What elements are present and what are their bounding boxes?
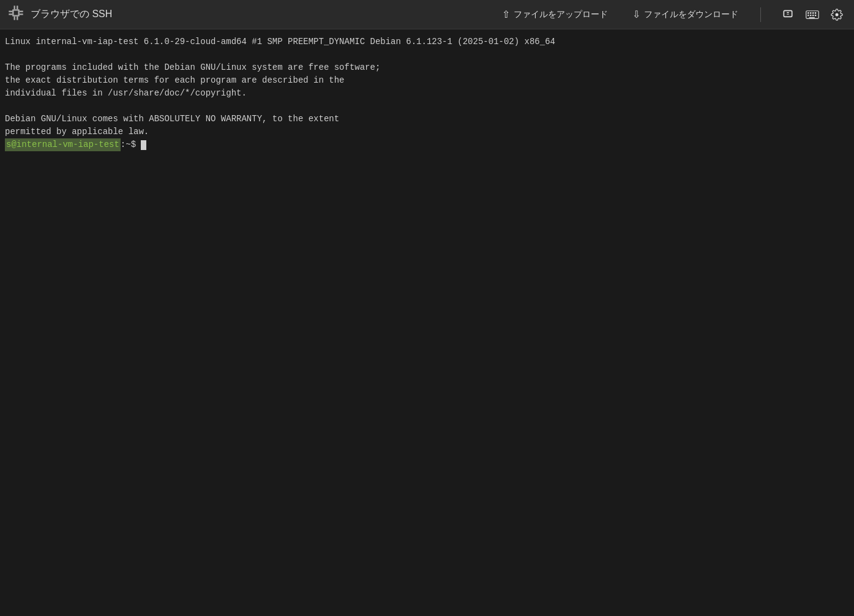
terminal-cursor [141, 140, 146, 150]
svg-rect-22 [809, 17, 815, 18]
prompt-user: s@internal-vm-iap-test [5, 138, 121, 151]
chip-icon [7, 4, 24, 24]
header-title: ブラウザでの SSH [31, 8, 112, 21]
svg-rect-6 [9, 13, 12, 15]
upload-label: ファイルをアップロード [514, 9, 608, 20]
svg-rect-16 [812, 12, 814, 13]
svg-rect-1 [14, 6, 15, 9]
svg-rect-18 [807, 15, 809, 16]
svg-rect-21 [815, 15, 816, 16]
svg-rect-5 [9, 11, 12, 12]
terminal-line-5: individual files in /usr/share/doc/*/cop… [5, 87, 849, 100]
svg-rect-8 [20, 13, 23, 15]
terminal-line-3: The programs included with the Debian GN… [5, 61, 849, 74]
notification-button[interactable] [778, 5, 798, 24]
svg-rect-2 [17, 6, 18, 9]
terminal-line-7: Debian GNU/Linux comes with ABSOLUTELY N… [5, 113, 849, 126]
download-label: ファイルをダウンロード [644, 9, 738, 20]
download-icon: ⇩ [632, 9, 640, 20]
prompt-path: :~$ [121, 138, 136, 151]
svg-rect-7 [20, 11, 23, 12]
upload-icon: ⇧ [502, 9, 510, 20]
terminal-line-blank-1 [5, 48, 849, 61]
terminal-line-8: permitted by applicable law. [5, 126, 849, 138]
terminal[interactable]: Linux internal-vm-iap-test 6.1.0-29-clou… [0, 29, 854, 616]
header-actions: ⇧ ファイルをアップロード ⇩ ファイルをダウンロード [497, 5, 847, 24]
header-left: ブラウザでの SSH [7, 4, 497, 24]
header-divider [760, 7, 761, 22]
terminal-line-blank-2 [5, 100, 849, 113]
svg-rect-14 [807, 12, 809, 13]
terminal-prompt-line: s@internal-vm-iap-test:~$ [5, 138, 849, 151]
svg-rect-10 [784, 10, 792, 17]
svg-rect-19 [810, 15, 811, 16]
settings-button[interactable] [827, 5, 847, 24]
svg-rect-15 [810, 12, 811, 13]
svg-rect-12 [787, 14, 788, 15]
svg-rect-11 [787, 12, 788, 13]
terminal-line-4: the exact distribution terms for each pr… [5, 74, 849, 87]
svg-rect-4 [17, 17, 18, 20]
terminal-line-1: Linux internal-vm-iap-test 6.1.0-29-clou… [5, 36, 849, 48]
download-button[interactable]: ⇩ ファイルをダウンロード [627, 6, 743, 23]
keyboard-button[interactable] [803, 5, 822, 24]
svg-rect-3 [14, 17, 15, 20]
upload-button[interactable]: ⇧ ファイルをアップロード [497, 6, 613, 23]
svg-rect-9 [14, 11, 18, 15]
svg-rect-17 [815, 12, 816, 13]
toolbar: ブラウザでの SSH ⇧ ファイルをアップロード ⇩ ファイルをダウンロード [0, 0, 854, 29]
svg-rect-20 [812, 15, 814, 16]
header-icon-group [778, 5, 847, 24]
